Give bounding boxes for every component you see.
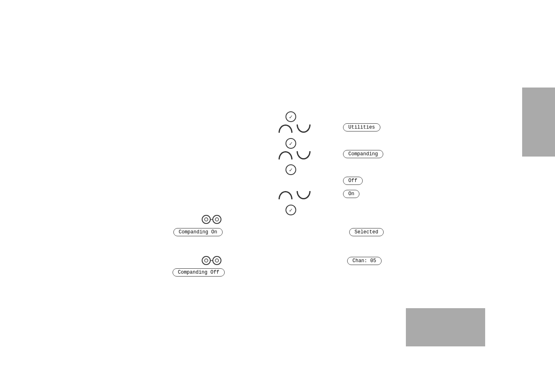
check-circle-4[interactable] [286,205,296,217]
svg-point-6 [205,259,208,262]
svg-point-5 [202,256,210,265]
up-arrow-utilities[interactable] [279,125,292,133]
up-arrow-companding[interactable] [279,151,292,159]
up-arrow-on[interactable] [279,191,292,199]
reel-icon-2 [201,255,222,268]
selected-label: Selected [349,228,384,236]
arrow-pair-companding [279,151,311,159]
svg-point-8 [215,259,219,262]
companding-on-label: Companding On [173,228,223,236]
utilities-label: Utilities [343,123,380,131]
down-arrow-on[interactable] [297,191,311,199]
on-label: On [343,190,359,198]
svg-point-3 [215,218,219,221]
svg-point-0 [202,215,210,224]
off-label: Off [343,177,363,185]
arrow-pair-utilities [279,125,311,133]
svg-point-2 [213,215,221,224]
companding-label: Companding [343,150,383,158]
svg-point-7 [213,256,221,265]
check-circle-1[interactable] [286,111,296,124]
down-arrow-utilities[interactable] [297,125,311,133]
companding-off-label: Companding Off [173,268,225,277]
reel-icon-1 [201,214,222,227]
down-arrow-companding[interactable] [297,151,311,159]
check-circle-2[interactable] [286,138,296,150]
svg-point-1 [205,218,208,221]
arrow-pair-on [279,191,311,199]
chan-label: Chan: 05 [347,257,382,265]
gray-bar-top [522,88,555,157]
check-circle-3[interactable] [286,164,296,177]
gray-bar-bottom [406,308,485,346]
